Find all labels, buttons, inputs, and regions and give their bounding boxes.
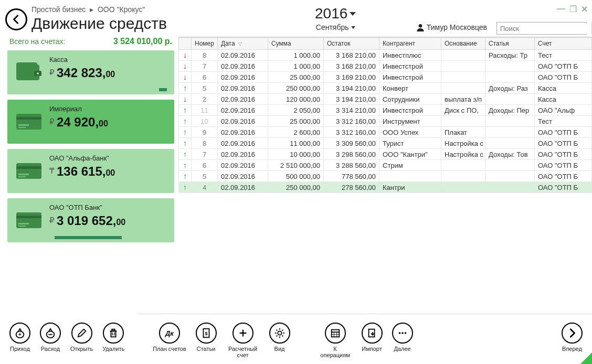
month-selector[interactable]: Сентябрь: [316, 23, 355, 31]
column-header[interactable]: Счет: [535, 38, 592, 50]
table-row[interactable]: ↑602.09.20162 510 000,003 288 560,00Стри…: [179, 160, 592, 171]
cell-sum: 1 000,00: [268, 61, 324, 72]
svg-point-0: [418, 24, 422, 28]
expense-button[interactable]: Расход: [40, 323, 61, 352]
arrow-up-icon: ↑: [183, 161, 187, 169]
cell-date: 02.09.2016: [218, 61, 268, 72]
income-button[interactable]: +Приход: [9, 323, 30, 352]
view-button[interactable]: Вид: [269, 323, 290, 352]
cell-contragent: [379, 171, 441, 182]
table-row[interactable]: ↓802.09.20161 000,003 168 210,00Инвестпл…: [179, 50, 592, 61]
table-row[interactable]: ↓702.09.20161 000,003 168 210,00Инвестст…: [179, 61, 592, 72]
cell-article: [485, 138, 535, 149]
tool-label: Расчетный счет: [226, 346, 260, 359]
forward-button[interactable]: Вперед: [562, 323, 583, 352]
cell-number: 5: [192, 83, 218, 94]
cell-account: ОАО "ОТП Б: [535, 127, 592, 138]
wallet-icon: [14, 59, 44, 85]
account-card[interactable]: ОАО "Альфа-банк"₸136 615,00: [7, 149, 174, 193]
account-card[interactable]: Касса₽342 823,00: [7, 50, 174, 94]
table-row[interactable]: ↑1002.09.201625 000,003 312 160,00Инстру…: [179, 116, 592, 127]
table-row[interactable]: ↑502.09.2016250 000,003 194 210,00Конвер…: [179, 83, 592, 94]
cell-reason: [441, 171, 485, 182]
cell-date: 02.09.2016: [218, 138, 268, 149]
racct-button[interactable]: Расчетный счет: [226, 323, 260, 359]
cell-number: 7: [192, 61, 218, 72]
cell-account: ОАО "ОТП Б: [535, 61, 592, 72]
column-header[interactable]: Статья: [485, 38, 535, 50]
table-row[interactable]: ↑802.09.201611 000,003 309 560,00ТуристН…: [179, 138, 592, 149]
svg-rect-42: [331, 329, 339, 337]
column-header[interactable]: Сумма: [268, 38, 324, 50]
search-box[interactable]: [496, 22, 587, 35]
cell-balance: 3 298 560,00: [324, 149, 379, 160]
table-row[interactable]: ↑702.09.201610 000,003 298 560,00ООО "Ка…: [179, 149, 592, 160]
column-header[interactable]: [179, 38, 192, 50]
import-button[interactable]: Импорт: [362, 323, 383, 352]
table-row[interactable]: ↑902.09.20162 600,003 312 160,00ООО Успе…: [179, 127, 592, 138]
column-header[interactable]: Дата▽: [218, 38, 268, 50]
cell-number: 6: [192, 72, 218, 83]
cell-balance: 3 312 160,00: [324, 127, 379, 138]
table-row[interactable]: ↑502.09.2016500 000,00778 560,00ОАО "ОТП…: [179, 171, 592, 182]
column-header[interactable]: Остаток: [324, 38, 379, 50]
articles-button[interactable]: $Статьи: [196, 323, 217, 352]
cell-contragent: Инструмент: [379, 116, 441, 127]
account-amount: ₽3 019 652,00: [49, 213, 168, 228]
breadcrumb-app[interactable]: Простой бизнес: [31, 5, 86, 14]
transactions-table: НомерДата▽СуммаОстатокКонтрагентОсновани…: [178, 37, 592, 193]
plan-button[interactable]: ДкПлан счетов: [153, 323, 186, 352]
table-row[interactable]: ↑402.09.2016250 000,00278 560,00КантриОА…: [179, 182, 592, 193]
more-button[interactable]: Далее: [392, 323, 413, 352]
cell-article: [485, 94, 535, 105]
card-icon: [14, 108, 44, 134]
cell-account: ОАО "ОТП Б: [535, 138, 592, 149]
minimize-icon[interactable]: —: [557, 4, 565, 14]
gear-icon: [269, 323, 290, 344]
tool-label: Вид: [274, 346, 285, 352]
svg-rect-12: [16, 166, 41, 169]
cell-sum: 120 000,00: [268, 94, 324, 105]
arrow-down-icon: ↓: [183, 95, 187, 103]
table-row[interactable]: ↑1102.09.20162 050,003 314 210,00Инвестс…: [179, 105, 592, 116]
cell-account: Касса: [535, 94, 592, 105]
back-button[interactable]: [5, 8, 27, 30]
cell-reason: Плакат: [441, 127, 485, 138]
month-value: Сентябрь: [316, 23, 349, 31]
tool-label: Статьи: [197, 346, 216, 352]
cell-reason: [441, 116, 485, 127]
svg-rect-47: [368, 329, 374, 337]
cell-contragent: Стрим: [379, 160, 441, 171]
account-card[interactable]: Империал₽24 920,00: [7, 100, 174, 144]
column-header[interactable]: Контрагент: [379, 38, 441, 50]
cell-balance: 3 168 210,00: [324, 50, 379, 61]
table-row[interactable]: ↓202.09.2016120 000,003 194 210,00Сотруд…: [179, 94, 592, 105]
cell-account: ОАО "ОТП Б: [535, 72, 592, 83]
column-header[interactable]: Основание: [441, 38, 485, 50]
cell-contragent: Инвестстрой: [379, 105, 441, 116]
account-card[interactable]: ОАО "ОТП Банк"₽3 019 652,00: [7, 198, 174, 242]
ops-button[interactable]: К операциям: [319, 323, 352, 359]
maximize-icon[interactable]: ❐: [569, 4, 577, 14]
cell-date: 02.09.2016: [218, 182, 268, 193]
cell-balance: 3 314 210,00: [324, 105, 379, 116]
tool-label: Импорт: [362, 346, 382, 352]
sort-desc-icon: ▽: [238, 41, 242, 47]
cell-article: Доходы: Тов: [485, 149, 535, 160]
cell-contragent: Инвестплюс: [379, 50, 441, 61]
search-input[interactable]: [497, 24, 591, 34]
delete-button[interactable]: Удалить: [102, 323, 124, 352]
cell-sum: 1 000,00: [268, 50, 324, 61]
year-selector[interactable]: 2016: [315, 5, 356, 22]
breadcrumb-company[interactable]: ООО "Крокус": [98, 5, 145, 14]
table-row[interactable]: ↓602.09.201625 000,003 169 210,00Инвестс…: [179, 72, 592, 83]
column-header[interactable]: Номер: [192, 38, 218, 50]
resize-grip-icon[interactable]: [580, 352, 592, 364]
cell-article: [485, 72, 535, 83]
open-button[interactable]: Открыть: [70, 323, 93, 352]
svg-point-49: [401, 332, 404, 334]
cell-account: ОАО "ОТП Б: [535, 149, 592, 160]
user-menu[interactable]: Тимур Московцев: [416, 23, 487, 31]
cell-sum: 2 600,00: [268, 127, 324, 138]
close-icon[interactable]: ✕: [581, 4, 588, 14]
